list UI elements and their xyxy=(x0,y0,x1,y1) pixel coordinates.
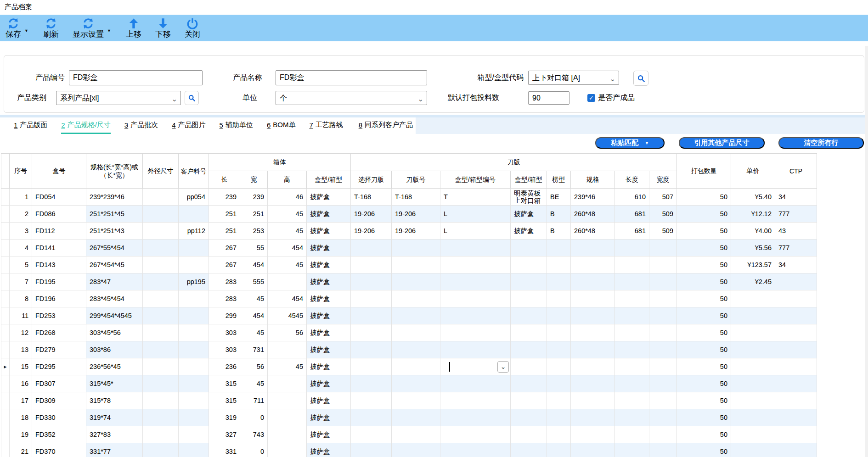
cell-price[interactable] xyxy=(731,290,775,307)
cell-wid[interactable]: 56 xyxy=(240,358,268,375)
cell-k-len[interactable] xyxy=(615,324,649,341)
cell-box-no[interactable]: FD086 xyxy=(32,206,86,223)
cell-type-code[interactable] xyxy=(440,307,511,324)
cell-knife-sel[interactable] xyxy=(351,358,392,375)
cell-ctp[interactable]: 777 xyxy=(775,240,817,256)
cell-knife-no[interactable] xyxy=(392,443,440,457)
cell-k-wid[interactable]: 509 xyxy=(649,223,677,240)
cell-knife-no[interactable] xyxy=(392,240,440,256)
cell-hei[interactable]: 45 xyxy=(268,206,307,223)
cell-pack-qty[interactable]: 50 xyxy=(677,426,731,443)
tab-3[interactable]: 3产品批次 xyxy=(124,117,158,134)
reference-other-sizes-button[interactable]: 引用其他产品尺寸 xyxy=(679,137,765,149)
cell-price[interactable] xyxy=(731,341,775,358)
cell-pack-qty[interactable]: 50 xyxy=(677,273,731,290)
cell-type-code[interactable] xyxy=(440,240,511,256)
row-indicator-cell[interactable] xyxy=(1,223,10,240)
cell-k-wid[interactable] xyxy=(649,240,677,256)
cell-spec[interactable]: 327*83 xyxy=(86,426,143,443)
cell-k-wid[interactable]: 507 xyxy=(649,189,677,206)
cell-type-name[interactable] xyxy=(511,240,547,256)
cell-type-name[interactable] xyxy=(511,409,547,426)
cell-knife-no[interactable] xyxy=(392,256,440,273)
cell-type-code[interactable]: L xyxy=(440,223,511,240)
cell-wid[interactable]: 731 xyxy=(240,341,268,358)
cell-k-wid[interactable] xyxy=(649,290,677,307)
cell-hei[interactable]: 454 xyxy=(268,240,307,256)
cell-hei[interactable]: 454 xyxy=(268,290,307,307)
cell-flute[interactable] xyxy=(547,324,571,341)
cell-cust-no[interactable]: pp112 xyxy=(179,223,209,240)
cell-pack-qty[interactable]: 50 xyxy=(677,409,731,426)
cell-k-spec[interactable] xyxy=(571,290,615,307)
cell-price[interactable]: ¥2.45 xyxy=(731,273,775,290)
cell-k-spec[interactable] xyxy=(571,358,615,375)
cell-ctp[interactable] xyxy=(775,341,817,358)
cell-k-wid[interactable] xyxy=(649,392,677,409)
cell-spec[interactable]: 251*251*43 xyxy=(86,223,143,240)
cell-k-spec[interactable] xyxy=(571,375,615,392)
cell-flute[interactable] xyxy=(547,341,571,358)
cell-k-len[interactable] xyxy=(615,240,649,256)
row-indicator-cell[interactable] xyxy=(1,290,10,307)
cell-type-code[interactable] xyxy=(440,341,511,358)
cell-seq[interactable]: 19 xyxy=(10,426,32,443)
cell-spec[interactable]: 319*74 xyxy=(86,409,143,426)
cell-wid[interactable]: 0 xyxy=(240,409,268,426)
cell-seq[interactable]: 8 xyxy=(10,290,32,307)
cell-outer-size[interactable] xyxy=(143,273,179,290)
cell-type-code[interactable]: T xyxy=(440,189,511,206)
cell-len[interactable]: 283 xyxy=(209,273,240,290)
cell-k-wid[interactable] xyxy=(649,307,677,324)
cell-wid[interactable]: 251 xyxy=(240,206,268,223)
chevron-down-icon[interactable]: ▼ xyxy=(107,28,111,33)
cell-cust-no[interactable] xyxy=(179,290,209,307)
cell-k-len[interactable] xyxy=(615,443,649,457)
cell-cust-no[interactable]: pp054 xyxy=(179,189,209,206)
cell-knife-sel[interactable] xyxy=(351,290,392,307)
cell-spec[interactable]: 283*45*454 xyxy=(86,290,143,307)
cell-box-no[interactable]: FD352 xyxy=(32,426,86,443)
cell-type-code[interactable] xyxy=(440,409,511,426)
cell-knife-no[interactable] xyxy=(392,392,440,409)
cell-k-len[interactable] xyxy=(615,273,649,290)
cell-k-len[interactable] xyxy=(615,256,649,273)
cell-cust-no[interactable] xyxy=(179,256,209,273)
cell-flute[interactable] xyxy=(547,392,571,409)
cell-knife-sel[interactable] xyxy=(351,409,392,426)
cell-seq[interactable]: 11 xyxy=(10,307,32,324)
cell-outer-size[interactable] xyxy=(143,290,179,307)
cell-dropdown-button[interactable]: ⌄ xyxy=(497,361,509,373)
cell-cust-no[interactable] xyxy=(179,240,209,256)
cell-outer-size[interactable] xyxy=(143,240,179,256)
cell-pack-qty[interactable]: 50 xyxy=(677,189,731,206)
cell-k-wid[interactable] xyxy=(649,341,677,358)
row-indicator-cell[interactable] xyxy=(1,409,10,426)
cell-wid[interactable]: 711 xyxy=(240,392,268,409)
cell-ctp[interactable] xyxy=(775,375,817,392)
cell-k-len[interactable] xyxy=(615,358,649,375)
cell-knife-no[interactable] xyxy=(392,426,440,443)
cell-cust-no[interactable] xyxy=(179,409,209,426)
cell-box-no[interactable]: FD268 xyxy=(32,324,86,341)
cell-type-code[interactable] xyxy=(440,443,511,457)
cell-pack-qty[interactable]: 50 xyxy=(677,358,731,375)
cell-price[interactable]: ¥12.12 xyxy=(731,206,775,223)
is-finished-checkbox[interactable]: ✓ xyxy=(587,94,595,102)
cell-price[interactable] xyxy=(731,409,775,426)
cell-hei[interactable] xyxy=(268,426,307,443)
cell-knife-no[interactable] xyxy=(392,307,440,324)
cell-pack-qty[interactable]: 50 xyxy=(677,290,731,307)
tab-7[interactable]: 7工艺路线 xyxy=(309,117,343,134)
cell-len[interactable]: 315 xyxy=(209,392,240,409)
product-name-input[interactable] xyxy=(276,70,427,85)
cell-body-type[interactable]: 披萨盒 xyxy=(307,290,351,307)
cell-body-type[interactable]: 披萨盒 xyxy=(307,358,351,375)
cell-pack-qty[interactable]: 50 xyxy=(677,223,731,240)
cell-outer-size[interactable] xyxy=(143,358,179,375)
cell-knife-no[interactable] xyxy=(392,324,440,341)
cell-k-len[interactable] xyxy=(615,426,649,443)
cell-knife-sel[interactable] xyxy=(351,392,392,409)
cell-len[interactable]: 315 xyxy=(209,375,240,392)
cell-pack-qty[interactable]: 50 xyxy=(677,206,731,223)
